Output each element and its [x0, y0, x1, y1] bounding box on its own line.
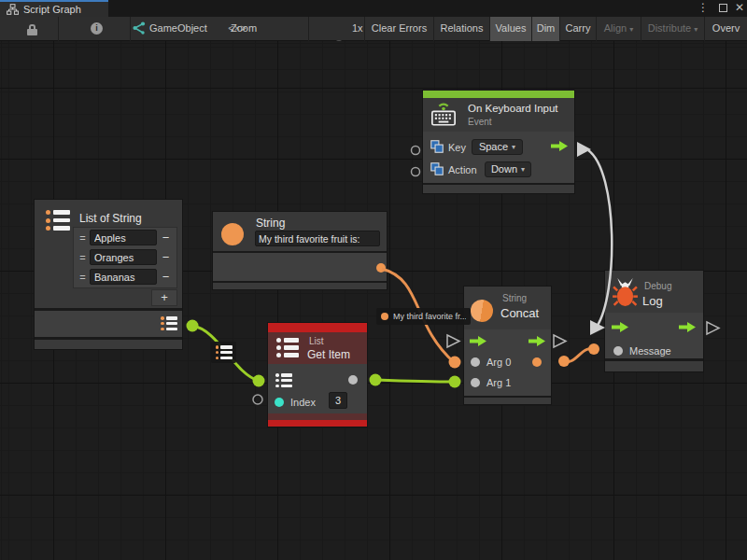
- node-string-literal[interactable]: String: [213, 212, 387, 289]
- node-header: Debug Log: [605, 271, 703, 313]
- drag-handle[interactable]: =: [76, 252, 90, 263]
- enter-port[interactable]: [470, 336, 486, 346]
- distribute-button[interactable]: Distribute ▾: [641, 17, 705, 41]
- node-header: List Get Item: [268, 332, 367, 364]
- node-header: String Concat: [464, 287, 551, 329]
- chevron-down-icon: ▾: [694, 25, 698, 34]
- drag-handle[interactable]: =: [76, 232, 90, 244]
- item-output-port[interactable]: [348, 375, 358, 385]
- enter-port[interactable]: [612, 322, 628, 332]
- trigger-output-port[interactable]: [551, 141, 568, 151]
- remove-item-button[interactable]: −: [157, 250, 175, 264]
- node-body: Index: [268, 364, 367, 413]
- clear-errors-button[interactable]: Clear Errors: [365, 17, 434, 41]
- node-footer: [35, 340, 182, 349]
- action-port-label: Action: [448, 164, 477, 175]
- string-value-input[interactable]: [255, 231, 380, 246]
- list-icon: [216, 345, 233, 359]
- distribute-label: Distribute: [648, 22, 691, 34]
- dim-button[interactable]: Dim: [532, 17, 560, 41]
- string-output-port[interactable]: [376, 263, 386, 273]
- exit-port[interactable]: [679, 322, 696, 332]
- node-get-item[interactable]: List Get Item Index: [268, 323, 367, 427]
- node-body: [35, 311, 182, 337]
- close-icon[interactable]: ✕: [733, 1, 746, 15]
- string-icon: [221, 223, 244, 245]
- message-input-port[interactable]: [613, 346, 623, 356]
- exit-port[interactable]: [529, 336, 545, 346]
- action-dropdown[interactable]: Down ▾: [485, 161, 531, 177]
- gameobject-icon: [132, 21, 146, 35]
- relations-button[interactable]: Relations: [434, 17, 490, 41]
- zoom-value: 1x: [352, 17, 363, 40]
- node-header: On Keyboard Input Event: [423, 98, 574, 132]
- more-menu-icon[interactable]: ⋮: [698, 1, 707, 15]
- tab-bar: Script Graph ⋮ ✕: [0, 0, 747, 17]
- node-category: List: [309, 336, 324, 346]
- concat-icon: [471, 300, 493, 322]
- tab-script-graph[interactable]: Script Graph: [0, 0, 108, 17]
- list-icon: [276, 338, 299, 357]
- node-list-of-string[interactable]: List of String = − = − = − +: [35, 200, 182, 349]
- index-value-input[interactable]: [329, 392, 347, 409]
- node-subtitle: Event: [468, 117, 492, 127]
- drag-handle[interactable]: =: [76, 272, 90, 283]
- node-concat[interactable]: String Concat Arg 0 Arg 1: [464, 287, 551, 404]
- remove-item-button[interactable]: −: [157, 231, 175, 245]
- wire-value-label: My third favorite fr...: [376, 308, 471, 325]
- overview-button[interactable]: Overv: [705, 17, 747, 41]
- toolbar-button-group: Clear Errors Relations Values Dim Carry …: [365, 17, 747, 41]
- maximize-icon[interactable]: [716, 1, 729, 15]
- node-body: Key Space ▾ Action Down ▾: [423, 132, 574, 183]
- node-footer: [423, 185, 574, 193]
- list-item-input[interactable]: [90, 269, 157, 285]
- index-input-port[interactable]: [275, 398, 284, 407]
- lock-icon[interactable]: [27, 24, 37, 35]
- remove-item-button[interactable]: −: [157, 270, 175, 284]
- node-title: Concat: [500, 306, 539, 320]
- align-label: Align: [604, 22, 627, 34]
- node-title: Log: [642, 294, 663, 308]
- keyboard-icon: [429, 100, 458, 128]
- info-icon[interactable]: i: [91, 22, 103, 35]
- chevron-down-icon: ▾: [629, 25, 633, 34]
- arg0-input-port[interactable]: [471, 357, 480, 367]
- key-dropdown[interactable]: Space ▾: [472, 139, 523, 155]
- wire-value-badge: [211, 342, 236, 363]
- list-item-row: = −: [74, 247, 176, 267]
- graph-icon: [7, 4, 19, 15]
- maximize-glyph: [719, 4, 727, 12]
- list-item-row: = −: [74, 228, 176, 247]
- node-title: List of String: [79, 212, 142, 225]
- node-header: String: [213, 212, 387, 251]
- list-icon: [46, 210, 70, 231]
- node-body: [213, 253, 387, 281]
- node-title: Get Item: [307, 348, 350, 361]
- key-value: Space: [479, 140, 508, 154]
- node-footer: [464, 398, 551, 404]
- enum-icon: [430, 162, 444, 175]
- list-item-input[interactable]: [90, 249, 157, 265]
- event-accent-strip: [423, 91, 574, 98]
- list-input-port[interactable]: [275, 373, 292, 387]
- key-port-label: Key: [448, 142, 466, 153]
- list-item-input[interactable]: [90, 230, 157, 245]
- values-button[interactable]: Values: [490, 17, 532, 41]
- carry-button[interactable]: Carry: [560, 17, 597, 41]
- node-footer: [605, 361, 703, 371]
- add-item-button[interactable]: +: [151, 289, 177, 306]
- result-output-port[interactable]: [532, 357, 542, 367]
- list-inline-editor: = − = − = −: [73, 227, 177, 288]
- arg1-input-port[interactable]: [471, 378, 480, 387]
- script-graph-window: Script Graph ⋮ ✕ i <×> GameObject Zoom 1…: [0, 0, 747, 560]
- arg1-port-label: Arg 1: [486, 377, 511, 388]
- align-button[interactable]: Align ▾: [597, 17, 641, 41]
- tab-title: Script Graph: [23, 4, 81, 15]
- list-output-port[interactable]: [161, 316, 177, 330]
- toolbar-separator: [58, 17, 59, 41]
- node-footer: [268, 413, 367, 420]
- node-body: Arg 0 Arg 1: [464, 329, 551, 396]
- zoom-label: Zoom: [231, 17, 257, 40]
- node-on-keyboard-input[interactable]: On Keyboard Input Event Key Space ▾ Acti…: [423, 91, 574, 193]
- node-debug-log[interactable]: Debug Log Message: [605, 271, 703, 371]
